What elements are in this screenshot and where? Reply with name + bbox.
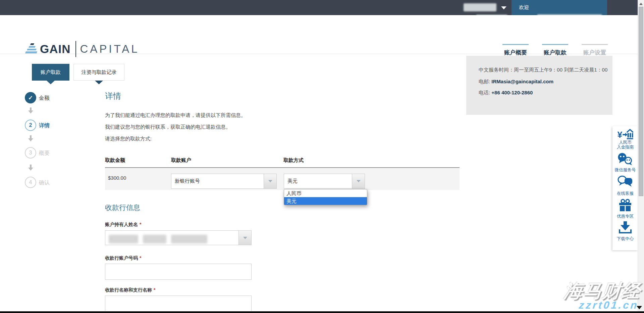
widget-label: 优惠专区 xyxy=(617,214,634,219)
redacted-username[interactable] xyxy=(464,3,496,11)
step-4-number: 4 xyxy=(29,179,32,185)
step-arrow-down-icon xyxy=(28,107,34,114)
service-info-panel: 中文服务时间：周一至周五上午9：00 到第二天凌晨1：00 电邮: IRMasi… xyxy=(466,56,612,115)
table-row xyxy=(105,168,460,190)
bank-branch-name-input[interactable] xyxy=(105,296,252,312)
logo-text-capital: CAPITAL xyxy=(80,43,140,55)
withdrawal-method-value: 美元 xyxy=(284,174,352,188)
vertical-scrollbar[interactable] xyxy=(638,0,644,313)
step-3-number: 3 xyxy=(29,150,32,156)
step-2-circle-current: 2 xyxy=(25,120,36,131)
watermark-url: zzrt01.cn xyxy=(578,299,639,311)
redacted-holder-name xyxy=(105,231,238,245)
widget-item-promotions[interactable]: 优惠专区 xyxy=(617,199,634,219)
section-title-details: 详情 xyxy=(105,91,121,101)
step-1-label: 金额 xyxy=(39,95,50,102)
tab-pointer xyxy=(95,81,103,84)
nav-item-account-settings[interactable]: 账户设置 xyxy=(582,44,608,56)
step-2-label: 详情 xyxy=(39,122,50,129)
floating-service-widget: ¥ 人民币 入金指南 微信服务号 xyxy=(612,126,638,250)
step-4-circle: 4 xyxy=(25,177,36,188)
email-value: IRMasia@gaincapital.com xyxy=(491,79,553,84)
scrollbar-down-arrow[interactable] xyxy=(637,306,642,309)
user-menu-caret-icon[interactable] xyxy=(501,6,506,9)
withdrawal-method-select[interactable]: 美元 xyxy=(284,174,365,189)
logo-separator xyxy=(75,41,76,57)
widget-item-online-support[interactable]: 在线客服 xyxy=(617,175,634,196)
details-paragraph: 请选择您的取款方式: xyxy=(105,136,152,142)
widget-label: 入金指南 xyxy=(617,145,634,149)
welcome-label: 欢迎 xyxy=(519,4,529,11)
chevron-down-icon xyxy=(357,180,361,182)
step-4-label: 确认 xyxy=(39,179,50,186)
field-label-account-holder: 账户持有人姓名* xyxy=(105,222,141,228)
bank-account-number-input[interactable] xyxy=(105,264,252,280)
main-nav: 账户概要 账户取款 账户设置 xyxy=(502,44,608,56)
top-bar: 欢迎 xyxy=(0,0,644,15)
column-header-method: 取款方式 xyxy=(283,157,304,164)
required-asterisk: * xyxy=(140,255,141,261)
withdrawal-amount-value: $300.00 xyxy=(108,175,126,181)
column-header-amount: 取款金额 xyxy=(105,157,125,164)
widget-label: 在线客服 xyxy=(617,191,634,196)
scrollbar-thumb[interactable] xyxy=(639,7,643,196)
check-icon: ✓ xyxy=(28,94,33,101)
account-holder-select[interactable] xyxy=(105,230,252,245)
step-1-circle-done: ✓ xyxy=(25,92,36,103)
gift-icon xyxy=(619,199,632,212)
download-icon xyxy=(619,221,632,234)
email-label: 电邮: xyxy=(479,79,490,84)
step-arrow-down-icon xyxy=(28,165,34,171)
details-paragraph: 为了我们能通过电汇办理您的取款申请，请提供以下所需信息。 xyxy=(105,112,246,119)
widget-label: 人民币 xyxy=(619,140,632,145)
widget-item-cny-deposit-guide[interactable]: ¥ 人民币 入金指南 xyxy=(617,129,634,149)
details-paragraph: 我们建议您与您的银行联系，获取正确的电汇退款信息。 xyxy=(105,124,231,130)
gain-capital-logo[interactable]: GAIN CAPITAL xyxy=(25,41,140,57)
chevron-down-icon xyxy=(268,180,272,182)
blur-artifact xyxy=(171,235,207,243)
service-email-line: 电邮: IRMasia@gaincapital.com xyxy=(479,79,612,85)
logo-text-gain: GAIN xyxy=(40,42,71,56)
select-arrow-button[interactable] xyxy=(352,174,365,188)
withdrawal-account-value: 新银行账号 xyxy=(171,174,264,188)
nav-item-account-withdrawal[interactable]: 账户取款 xyxy=(542,44,568,56)
chevron-down-icon xyxy=(243,237,247,239)
withdrawal-account-select[interactable]: 新银行账号 xyxy=(171,174,277,189)
required-asterisk: * xyxy=(140,222,141,227)
dropdown-option-cny[interactable]: 人民币 xyxy=(284,189,367,197)
widget-item-wechat[interactable]: 微信服务号 xyxy=(615,152,636,172)
currency-dropdown-list: 人民币 美元 xyxy=(284,189,367,205)
widget-label: 下载中心 xyxy=(617,236,634,241)
phone-value: +86 400-120-2860 xyxy=(491,90,533,95)
field-label-bank-branch-name: 收款行名称和支行名称* xyxy=(105,287,155,293)
tab-account-withdrawal[interactable]: 账户取款 xyxy=(32,64,69,81)
scrollbar-up-arrow[interactable] xyxy=(639,3,643,5)
logo-flag-icon xyxy=(25,43,37,55)
bottom-edge-bar xyxy=(0,311,644,313)
field-label-bank-account-number: 收款行账户号码* xyxy=(105,255,141,261)
blur-artifact xyxy=(109,235,138,243)
service-hours-text: 中文服务时间：周一至周五上午9：00 到第二天凌晨1：00 xyxy=(479,66,611,74)
wechat-icon xyxy=(618,152,633,166)
tab-active-pointer xyxy=(47,81,55,84)
page: 欢迎 GAIN CAPITAL 账户概要 账户取款 账户设置 账户取款 注资与取… xyxy=(0,0,644,313)
site-header: GAIN CAPITAL 账户概要 账户取款 账户设置 xyxy=(0,15,644,54)
chat-bubbles-icon xyxy=(618,175,633,188)
service-phone-line: 电话: +86 400-120-2860 xyxy=(479,90,612,96)
nav-item-account-overview[interactable]: 账户概要 xyxy=(502,44,529,56)
select-arrow-button[interactable] xyxy=(264,174,276,188)
yuan-to-bank-icon: ¥ xyxy=(617,129,634,140)
step-3-circle: 3 xyxy=(25,147,36,159)
widget-label: 微信服务号 xyxy=(615,168,636,172)
select-arrow-button[interactable] xyxy=(238,231,251,245)
svg-text:¥: ¥ xyxy=(617,130,622,140)
welcome-banner[interactable]: 欢迎 xyxy=(512,0,607,15)
tab-funding-withdrawal-history[interactable]: 注资与取款记录 xyxy=(73,64,124,81)
phone-label: 电话: xyxy=(479,90,490,95)
step-3-label: 概要 xyxy=(39,150,50,157)
dropdown-option-usd[interactable]: 美元 xyxy=(284,197,367,205)
required-asterisk: * xyxy=(154,287,155,293)
section-title-bank-info: 收款行信息 xyxy=(105,203,140,212)
widget-item-download-center[interactable]: 下载中心 xyxy=(617,221,634,241)
step-2-number: 2 xyxy=(29,122,32,128)
